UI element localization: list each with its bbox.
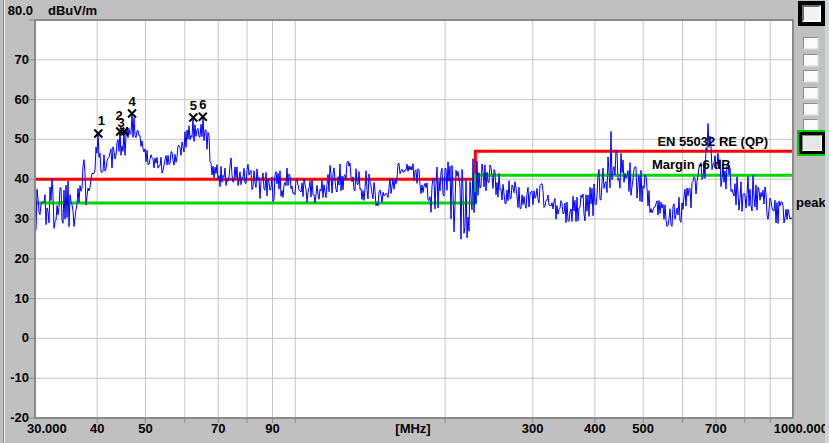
y-tick-label: 30 <box>15 211 29 226</box>
margin-line-label: Margin -6 dB <box>652 157 731 172</box>
option-box-2[interactable] <box>803 54 818 66</box>
x-tick-label: 50 <box>138 421 152 436</box>
x-tick-label: 400 <box>584 421 606 436</box>
option-box-1[interactable] <box>803 37 818 49</box>
y-tick-label: 20 <box>15 251 29 266</box>
y-tick-label: 40 <box>15 171 29 186</box>
x-axis-start-label: 30.000 <box>27 421 67 436</box>
option-box-5[interactable] <box>803 103 818 115</box>
x-tick-label: 300 <box>522 421 544 436</box>
x-tick-label: 70 <box>211 421 225 436</box>
panel-button-active[interactable] <box>799 132 825 154</box>
y-tick-label: 70 <box>15 52 29 67</box>
option-box-3[interactable] <box>803 70 818 82</box>
x-tick-label: 90 <box>265 421 279 436</box>
y-tick-label: -10 <box>10 370 29 385</box>
y-axis-unit-label: dBuV/m <box>48 3 97 18</box>
x-tick-label: 40 <box>90 421 104 436</box>
y-tick-label: 60 <box>15 92 29 107</box>
y-tick-label: 10 <box>15 291 29 306</box>
panel-button-active-face <box>802 135 822 151</box>
marker-number: 4 <box>128 94 136 109</box>
x-tick-label: 700 <box>705 421 727 436</box>
y-tick-label: 80.0 <box>8 3 33 18</box>
marker-number: 6 <box>199 97 206 112</box>
x-tick-label: 500 <box>632 421 654 436</box>
x-axis-end-label: 1000.000 <box>774 421 828 436</box>
window-right-edge <box>825 0 829 443</box>
option-box-4[interactable] <box>803 87 818 99</box>
panel-button-top-face <box>802 5 821 22</box>
trace-label: peak <box>796 195 826 210</box>
y-tick-label: 0 <box>22 330 29 345</box>
limit-line-label: EN 55032 RE (QP) <box>657 134 768 149</box>
y-tick-label: 50 <box>15 131 29 146</box>
emi-scan-chart: 12345680.0706050403020100-10-20405070903… <box>0 0 829 443</box>
panel-button-top[interactable] <box>798 1 825 26</box>
option-box-6[interactable] <box>803 119 818 131</box>
marker-number: 5 <box>190 98 197 113</box>
app-window: 12345680.0706050403020100-10-20405070903… <box>0 0 829 443</box>
plot-layers: 12345680.0706050403020100-10-20405070903… <box>8 3 793 436</box>
marker-number: 1 <box>98 113 105 128</box>
marker-number: 3 <box>117 115 124 130</box>
x-axis-unit-label: [MHz] <box>395 421 430 436</box>
